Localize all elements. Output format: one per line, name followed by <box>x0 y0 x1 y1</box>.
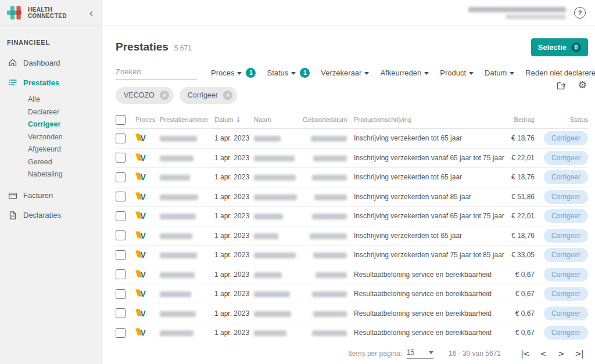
status-badge[interactable]: Corrigeer <box>544 307 588 320</box>
bedrag-cell: € 0,67 <box>499 309 535 318</box>
user-info[interactable] <box>468 7 566 19</box>
column-header-geboortedatum[interactable]: Geboortedatum <box>303 116 354 123</box>
document-icon <box>8 211 17 220</box>
chip-remove-icon[interactable]: × <box>223 91 232 100</box>
sidebar-subitem-nabetaling[interactable]: Nabetaling <box>0 168 101 181</box>
filter-label: Datum <box>485 69 507 77</box>
svg-text:V: V <box>141 230 146 239</box>
filter-dropdown-product[interactable]: Product <box>440 69 474 77</box>
sidebar-item-dashboard[interactable]: Dashboard <box>0 53 101 73</box>
column-header-datum[interactable]: Datum ↓ <box>214 116 254 124</box>
row-checkbox[interactable] <box>116 211 126 221</box>
row-checkbox[interactable] <box>116 289 126 299</box>
chip-remove-icon[interactable]: × <box>160 91 169 100</box>
search-input[interactable] <box>116 66 197 80</box>
status-badge[interactable]: Corrigeer <box>544 229 588 243</box>
sidebar-subitem-corrigeer[interactable]: Corrigeer <box>0 118 101 131</box>
help-button[interactable]: ? <box>574 7 586 19</box>
row-checkbox[interactable] <box>116 172 126 182</box>
row-checkbox[interactable] <box>116 230 126 240</box>
vecozo-logo-icon: V <box>135 211 148 219</box>
row-checkbox[interactable] <box>116 308 126 318</box>
vecozo-logo-icon: V <box>135 192 148 200</box>
filter-dropdown-afkeurreden[interactable]: Afkeurreden <box>380 69 429 77</box>
table-row[interactable]: V1 apr. 2023Resultaatbeloning service en… <box>116 323 588 342</box>
status-badge[interactable]: Corrigeer <box>544 190 588 204</box>
settings-gear-icon[interactable]: ⚙ <box>578 80 587 90</box>
filter-dropdown-proces[interactable]: Proces1 <box>211 68 256 78</box>
sidebar-collapse-button[interactable]: ‹ <box>86 8 96 18</box>
table-row[interactable]: V1 apr. 2023Inschrijving verzekerden tot… <box>116 226 588 246</box>
status-badge[interactable]: Corrigeer <box>544 326 588 340</box>
table-row[interactable]: V1 apr. 2023Inschrijving verzekerden van… <box>116 246 588 265</box>
table-row[interactable]: V1 apr. 2023Resultaatbeloning service en… <box>116 304 588 324</box>
filter-dropdown-reden-niet-declareren[interactable]: Reden niet declareren <box>525 69 595 77</box>
sidebar-subitem-declareer[interactable]: Declareer <box>0 106 101 119</box>
row-checkbox[interactable] <box>116 269 126 279</box>
select-all-checkbox[interactable] <box>116 115 126 125</box>
table-row[interactable]: V1 apr. 2023Inschrijving verzekerden van… <box>116 149 588 168</box>
column-header-proces[interactable]: Proces <box>135 116 160 123</box>
svg-text:V: V <box>141 250 146 259</box>
naam-redacted <box>254 156 295 161</box>
status-badge[interactable]: Corrigeer <box>544 268 588 282</box>
table-row[interactable]: V1 apr. 2023Resultaatbeloning service en… <box>116 265 588 285</box>
filter-label: Status <box>267 69 288 77</box>
user-name-redacted <box>468 7 566 12</box>
prestatienummer-redacted <box>160 272 195 278</box>
export-icon[interactable] <box>555 80 567 91</box>
column-header-bedrag[interactable]: Bedrag <box>499 116 535 123</box>
row-checkbox[interactable] <box>116 250 126 260</box>
status-badge[interactable]: Corrigeer <box>544 151 588 165</box>
column-header-status[interactable]: Status <box>535 116 588 123</box>
previous-page-button[interactable]: < <box>534 349 552 358</box>
sidebar-item-label: Prestaties <box>23 78 59 87</box>
table-row[interactable]: V1 apr. 2023Inschrijving verzekerden van… <box>116 188 588 207</box>
status-badge[interactable]: Corrigeer <box>544 248 588 262</box>
filter-dropdown-verzekeraar[interactable]: Verzekeraar <box>321 69 369 77</box>
prestatienummer-redacted <box>160 136 197 142</box>
items-per-page-select[interactable]: 15 <box>407 348 433 359</box>
row-checkbox[interactable] <box>116 328 126 338</box>
sidebar-subitem-verzonden[interactable]: Verzonden <box>0 131 101 144</box>
items-per-page-label: Items per pagina: <box>348 349 402 358</box>
sidebar-item-declaraties[interactable]: Declaraties <box>0 206 101 225</box>
table-row[interactable]: V1 apr. 2023Inschrijving verzekerden tot… <box>116 129 588 149</box>
row-checkbox[interactable] <box>116 153 126 163</box>
sidebar-item-prestaties[interactable]: Prestaties <box>0 73 101 92</box>
status-badge[interactable]: Corrigeer <box>544 209 588 223</box>
row-checkbox[interactable] <box>116 192 126 201</box>
geboortedatum-redacted <box>316 272 347 278</box>
prestatienummer-redacted <box>160 156 193 161</box>
last-page-button[interactable]: >| <box>570 349 588 358</box>
sidebar-item-facturen[interactable]: Facturen <box>0 186 101 206</box>
selection-button[interactable]: Selectie 0 <box>531 38 588 56</box>
row-checkbox[interactable] <box>116 134 126 143</box>
column-header-naam[interactable]: Naam <box>254 116 303 123</box>
table-row[interactable]: V1 apr. 2023Inschrijving verzekerden van… <box>116 207 588 226</box>
chip-label: VECOZO <box>124 91 155 99</box>
list-icon <box>8 78 17 87</box>
column-header-prestatienummer[interactable]: Prestatienummer <box>160 116 214 123</box>
first-page-button[interactable]: |< <box>516 349 534 358</box>
filter-dropdown-status[interactable]: Status1 <box>267 68 310 78</box>
filter-dropdown-datum[interactable]: Datum <box>485 69 514 77</box>
svg-text:V: V <box>141 192 146 200</box>
naam-redacted <box>254 214 283 219</box>
chevron-down-icon <box>237 72 242 75</box>
bedrag-cell: € 0,67 <box>499 271 535 279</box>
sidebar-subitem-afgekeurd[interactable]: Afgekeurd <box>0 143 101 156</box>
table-row[interactable]: V1 apr. 2023Inschrijving verzekerden tot… <box>116 168 588 188</box>
status-badge[interactable]: Corrigeer <box>544 287 588 301</box>
main-area: ? Prestaties 5.671 Selectie 0 Proces1Sta… <box>102 0 595 364</box>
sort-descending-icon[interactable]: ↓ <box>235 116 241 124</box>
next-page-button[interactable]: > <box>552 349 570 358</box>
sidebar-subitem-gereed[interactable]: Gereed <box>0 156 101 169</box>
geboortedatum-redacted <box>312 291 347 297</box>
product-cell: Inschrijving verzekerden tot 65 jaar <box>354 173 499 181</box>
status-badge[interactable]: Corrigeer <box>544 131 588 145</box>
sidebar-subitem-alle[interactable]: Alle <box>0 93 101 106</box>
column-header-productomschrijving[interactable]: Productomschrijving <box>354 116 499 123</box>
status-badge[interactable]: Corrigeer <box>544 170 588 184</box>
table-row[interactable]: V1 apr. 2023Resultaatbeloning service en… <box>116 284 588 304</box>
